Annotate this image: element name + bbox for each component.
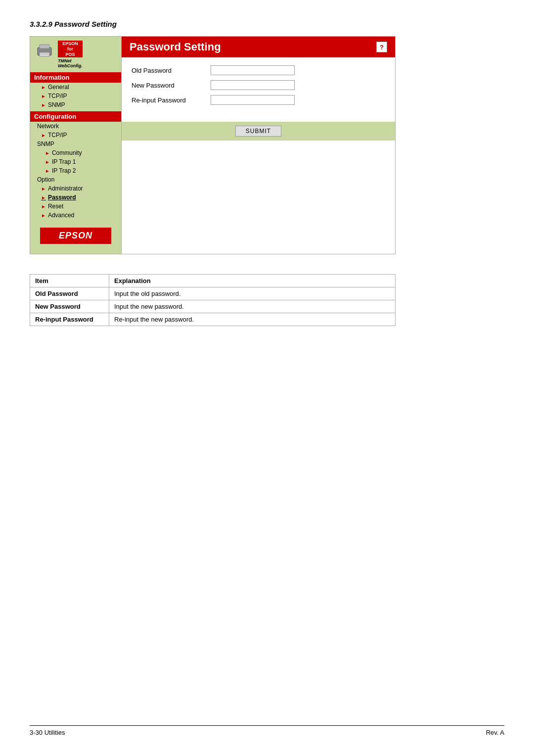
help-button[interactable]: ? [376, 42, 387, 52]
arrow-icon: ► [41, 102, 46, 108]
form-row-reinput-password: Re-input Password [132, 95, 385, 105]
sidebar-label-tcpip-config: TCP/IP [48, 132, 67, 139]
table-row: Re-input Password Re-input the new passw… [30, 313, 396, 326]
sidebar-config-header: Configuration [30, 111, 121, 122]
sidebar-label-administrator: Administrator [48, 185, 83, 192]
svg-rect-1 [40, 45, 49, 48]
arrow-icon: ► [41, 133, 46, 138]
sidebar-item-iptrap1[interactable]: ► IP Trap 1 [30, 157, 121, 166]
sidebar-item-snmp-config[interactable]: SNMP [30, 140, 121, 148]
footer-left: 3-30 Utilities [30, 729, 65, 736]
sidebar-info-header: Information [30, 72, 121, 83]
submit-bar: SUBMIT [122, 122, 395, 141]
table-cell-item-0: Old Password [30, 287, 109, 300]
arrow-icon: ► [41, 213, 46, 218]
input-old-password[interactable] [211, 65, 295, 75]
submit-button[interactable]: SUBMIT [235, 126, 281, 137]
main-content: Password Setting ? Old Password New Pass… [122, 37, 395, 254]
tmnet-label: TMNet WebConfig. [58, 58, 83, 68]
sidebar-label-iptrap1: IP Trap 1 [52, 158, 76, 165]
sidebar-label-network: Network [37, 123, 59, 130]
svg-rect-5 [40, 54, 49, 55]
table-cell-explanation-0: Input the old password. [109, 287, 396, 300]
sidebar-label-snmp-config: SNMP [37, 141, 54, 147]
footer-right: Rev. A [486, 729, 504, 736]
col-header-explanation: Explanation [109, 275, 396, 287]
label-new-password: New Password [132, 82, 211, 89]
svg-rect-4 [40, 53, 49, 54]
sidebar-label-community: Community [52, 149, 82, 156]
sidebar-item-reset[interactable]: ► Reset [30, 202, 121, 211]
arrow-icon: ► [41, 94, 46, 99]
sidebar-item-option[interactable]: Option [30, 175, 121, 184]
sidebar-label-reset: Reset [48, 203, 63, 210]
sidebar-item-community[interactable]: ► Community [30, 148, 121, 157]
table-row: Old Password Input the old password. [30, 287, 396, 300]
arrow-icon: ► [41, 85, 46, 90]
sidebar-item-tcpip-info[interactable]: ► TCP/IP [30, 92, 121, 100]
sidebar-label-advanced: Advanced [48, 212, 74, 219]
table-cell-item-1: New Password [30, 300, 109, 313]
main-header: Password Setting ? [122, 37, 395, 57]
sidebar-item-tcpip-config[interactable]: ► TCP/IP [30, 131, 121, 140]
printer-icon [35, 41, 54, 59]
arrow-icon: ► [41, 204, 46, 209]
sidebar-label-snmp-info: SNMP [48, 101, 65, 108]
label-reinput-password: Re-input Password [132, 96, 211, 104]
sidebar-logo: EPSON for POS TMNet WebConfig. [30, 37, 121, 70]
form-row-new-password: New Password [132, 80, 385, 90]
input-reinput-password[interactable] [211, 95, 295, 105]
table-cell-item-2: Re-input Password [30, 313, 109, 326]
form-row-old-password: Old Password [132, 65, 385, 75]
sidebar-label-password: Password [48, 194, 76, 201]
section-heading: 3.3.2.9 Password Setting [30, 20, 504, 28]
arrow-icon: ► [41, 186, 46, 191]
sidebar-label-general: General [48, 84, 69, 91]
arrow-icon: ► [45, 168, 50, 174]
label-old-password: Old Password [132, 67, 211, 74]
sidebar-item-network[interactable]: Network [30, 122, 121, 131]
sidebar-item-general[interactable]: ► General [30, 83, 121, 92]
browser-window: EPSON for POS TMNet WebConfig. Informati… [30, 36, 396, 254]
table-cell-explanation-1: Input the new password. [109, 300, 396, 313]
sidebar-label-tcpip-info: TCP/IP [48, 93, 67, 99]
epson-badge: EPSON for POS [58, 41, 83, 57]
page-footer: 3-30 Utilities Rev. A [30, 725, 504, 736]
sidebar-label-iptrap2: IP Trap 2 [52, 167, 76, 174]
svg-rect-3 [47, 49, 49, 50]
arrow-icon: ► [45, 159, 50, 165]
sidebar-item-password[interactable]: ► Password [30, 193, 121, 202]
sidebar-item-advanced[interactable]: ► Advanced [30, 211, 121, 220]
table-row: New Password Input the new password. [30, 300, 396, 313]
sidebar-bottom-logo: EPSON [40, 228, 111, 244]
col-header-item: Item [30, 275, 109, 287]
arrow-icon: ► [45, 150, 50, 156]
reference-table: Item Explanation Old Password Input the … [30, 274, 396, 326]
sidebar-item-snmp-info[interactable]: ► SNMP [30, 100, 121, 109]
sidebar-item-iptrap2[interactable]: ► IP Trap 2 [30, 166, 121, 175]
table-cell-explanation-2: Re-input the new password. [109, 313, 396, 326]
sidebar-label-option: Option [37, 176, 54, 183]
arrow-icon: ► [41, 195, 46, 200]
page-title: Password Setting [130, 41, 221, 53]
sidebar-item-administrator[interactable]: ► Administrator [30, 184, 121, 193]
input-new-password[interactable] [211, 80, 295, 90]
form-area: Old Password New Password Re-input Passw… [122, 57, 395, 118]
sidebar: EPSON for POS TMNet WebConfig. Informati… [30, 37, 122, 254]
